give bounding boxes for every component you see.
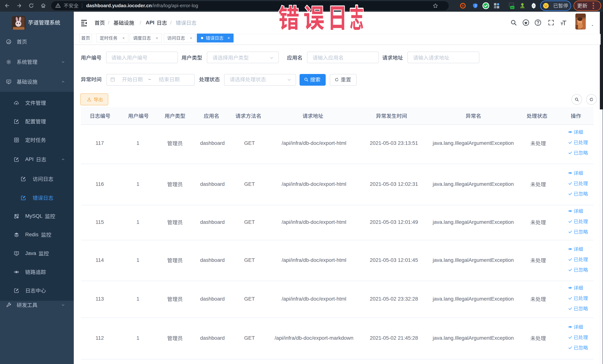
svg-text:on: on — [511, 6, 514, 9]
